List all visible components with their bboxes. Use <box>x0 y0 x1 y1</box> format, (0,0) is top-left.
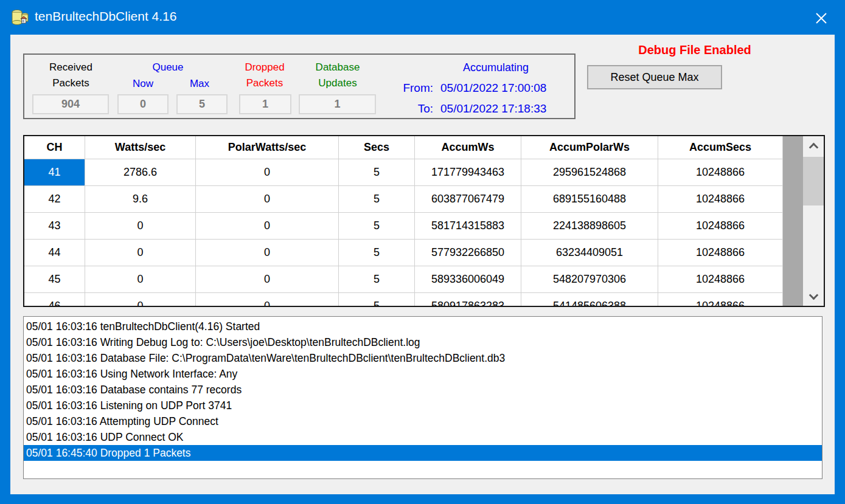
queue-max-label: Max <box>172 76 227 92</box>
dropped-packets-value: 1 <box>239 94 291 114</box>
grid-cell[interactable]: 0 <box>85 240 196 266</box>
queue-now-label: Now <box>116 76 170 92</box>
column-header-accumsecs[interactable]: AccumSecs <box>658 136 783 159</box>
database-icon <box>10 8 30 30</box>
grid-cell[interactable]: 43 <box>24 213 85 239</box>
grid-cell[interactable]: 5 <box>339 240 415 266</box>
grid-cell[interactable]: 10248866 <box>658 159 783 185</box>
grid-cell[interactable]: 45 <box>24 266 85 292</box>
grid-cell[interactable]: 581714315883 <box>415 213 521 239</box>
received-packets-value: 904 <box>32 94 109 114</box>
log-line[interactable]: 05/01 16:03:16 UDP Connect OK <box>24 429 822 445</box>
grid-cell[interactable]: 577932266850 <box>415 240 521 266</box>
log-line[interactable]: 05/01 16:03:16 Attempting UDP Connect <box>24 413 822 429</box>
grid-cell[interactable]: 0 <box>196 293 339 306</box>
grid-cell[interactable]: 46 <box>24 293 85 306</box>
grid-cell[interactable]: 42 <box>24 186 85 212</box>
grid-cell[interactable]: 10248866 <box>658 213 783 239</box>
log-line[interactable]: 05/01 16:03:16 Listening on UDP Port 374… <box>24 398 822 413</box>
grid-cell[interactable]: 548207970306 <box>521 266 658 292</box>
grid-cell[interactable]: 0 <box>196 266 339 292</box>
chevron-down-icon <box>808 290 818 300</box>
log-line[interactable]: 05/01 16:03:16 Writing Debug Log to: C:\… <box>24 334 822 350</box>
grid-header-row: CHWatts/secPolarWatts/secSecsAccumWsAccu… <box>24 136 783 159</box>
grid-cell[interactable]: 10248866 <box>658 186 783 212</box>
grid-cell[interactable]: 0 <box>196 213 339 239</box>
grid-cell[interactable]: 541485606388 <box>521 293 658 306</box>
grid-cell[interactable]: 224138898605 <box>521 213 658 239</box>
accumulating-to-value: 05/01/2022 17:18:33 <box>440 102 546 116</box>
grid-cell[interactable]: 603877067479 <box>415 186 521 212</box>
grid-cell[interactable]: 5 <box>339 186 415 212</box>
column-header-accumpolarws[interactable]: AccumPolarWs <box>521 136 658 159</box>
title-bar: tenBrultechDbClient 4.16 <box>0 0 845 35</box>
grid-cell[interactable]: 689155160488 <box>521 186 658 212</box>
grid-cell[interactable]: 5 <box>339 293 415 306</box>
grid-cell[interactable]: 0 <box>196 240 339 266</box>
grid-cell[interactable]: 0 <box>85 293 196 306</box>
client-area: Received Packets 904 Queue Now Max 0 5 D… <box>10 35 835 494</box>
window-title: tenBrultechDbClient 4.16 <box>35 9 176 24</box>
grid-cell[interactable]: 0 <box>196 159 339 185</box>
grid-cell[interactable]: 5 <box>339 159 415 185</box>
queue-max-value: 5 <box>176 94 228 114</box>
channel-data-grid: CHWatts/secPolarWatts/secSecsAccumWsAccu… <box>23 135 825 307</box>
accumulating-to-label: To: <box>360 102 433 116</box>
grid-cell[interactable]: 171779943463 <box>415 159 521 185</box>
stats-panel: Received Packets 904 Queue Now Max 0 5 D… <box>23 54 576 119</box>
close-button[interactable] <box>807 9 835 28</box>
received-packets-label: Received Packets <box>27 60 115 91</box>
log-line[interactable]: 05/01 16:03:16 Database contains 77 reco… <box>24 382 822 398</box>
close-icon <box>815 12 828 25</box>
log-line[interactable]: 05/01 16:03:16 tenBrultechDbClient(4.16)… <box>24 319 822 334</box>
log-line[interactable]: 05/01 16:03:16 Database File: C:\Program… <box>24 350 822 366</box>
log-line[interactable]: 05/01 16:45:40 Dropped 1 Packets <box>24 445 822 461</box>
table-row: 4600558091786328354148560638810248866 <box>24 293 783 306</box>
grid-cell[interactable]: 5 <box>339 213 415 239</box>
grid-cell[interactable]: 580917863283 <box>415 293 521 306</box>
grid-content: CHWatts/secPolarWatts/secSecsAccumWsAccu… <box>24 136 783 306</box>
table-row: 4500558933600604954820797030610248866 <box>24 266 783 293</box>
chevron-up-icon <box>808 142 818 152</box>
column-header-ch[interactable]: CH <box>24 136 85 159</box>
log-listbox[interactable]: 05/01 16:03:16 tenBrultechDbClient(4.16)… <box>23 316 822 479</box>
queue-now-value: 0 <box>117 94 169 114</box>
table-row: 440055779322668506323440905110248866 <box>24 240 783 266</box>
grid-cell[interactable]: 10248866 <box>658 293 783 306</box>
column-header-accumws[interactable]: AccumWs <box>415 136 521 159</box>
grid-cell[interactable]: 2786.6 <box>85 159 196 185</box>
column-header-watts-sec[interactable]: Watts/sec <box>85 136 196 159</box>
grid-cell[interactable]: 5 <box>339 266 415 292</box>
log-line[interactable]: 05/01 16:03:16 Using Network Interface: … <box>24 366 822 382</box>
grid-cell[interactable]: 63234409051 <box>521 240 658 266</box>
accumulating-from-label: From: <box>360 81 433 95</box>
table-row: 429.60560387706747968915516048810248866 <box>24 186 783 213</box>
column-header-secs[interactable]: Secs <box>339 136 415 159</box>
grid-cell[interactable]: 295961524868 <box>521 159 658 185</box>
grid-vertical-scrollbar[interactable] <box>803 136 824 306</box>
grid-cell[interactable]: 0 <box>85 266 196 292</box>
grid-cell[interactable]: 9.6 <box>85 186 196 212</box>
grid-filler-area <box>783 136 803 306</box>
scrollbar-up-button[interactable] <box>803 136 824 154</box>
scrollbar-thumb[interactable] <box>803 157 824 205</box>
grid-cell[interactable]: 41 <box>24 159 85 185</box>
grid-cell[interactable]: 0 <box>85 213 196 239</box>
accumulating-label: Accumulating <box>420 60 572 75</box>
grid-cell[interactable]: 10248866 <box>658 266 783 292</box>
queue-label: Queue <box>125 60 210 75</box>
table-row: 4300558171431588322413889860510248866 <box>24 213 783 240</box>
scrollbar-down-button[interactable] <box>803 288 824 306</box>
accumulating-from-value: 05/01/2022 17:00:08 <box>440 81 546 95</box>
grid-cell[interactable]: 44 <box>24 240 85 266</box>
table-row: 412786.605171779943463295961524868102488… <box>24 159 783 186</box>
grid-cell[interactable]: 589336006049 <box>415 266 521 292</box>
grid-cell[interactable]: 10248866 <box>658 240 783 266</box>
grid-body: 412786.605171779943463295961524868102488… <box>24 159 783 306</box>
debug-file-enabled-banner: Debug File Enabled <box>610 43 780 57</box>
app-window: tenBrultechDbClient 4.16 Received Packet… <box>0 0 845 504</box>
grid-cell[interactable]: 0 <box>196 186 339 212</box>
reset-queue-max-button[interactable]: Reset Queue Max <box>587 65 722 89</box>
column-header-polarwatts-sec[interactable]: PolarWatts/sec <box>196 136 339 159</box>
